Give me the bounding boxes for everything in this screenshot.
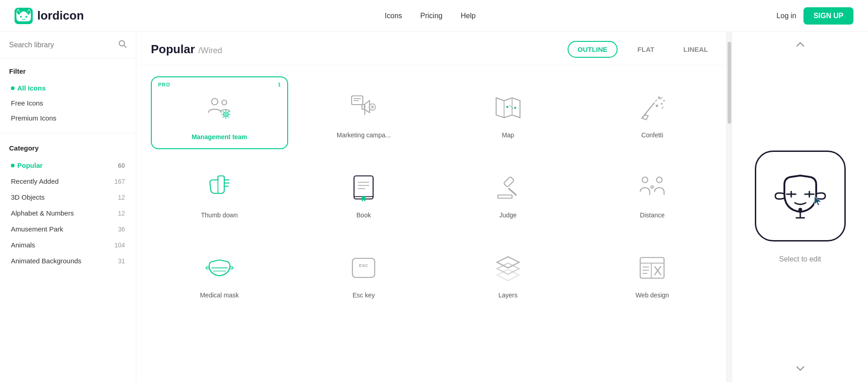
svg-marker-27 [496, 98, 520, 118]
icon-svg-layers [490, 250, 526, 286]
icon-card-judge[interactable]: Judge [439, 156, 577, 229]
content-scrollbar[interactable] [726, 32, 732, 382]
svg-line-8 [124, 45, 126, 48]
cursor-icon [813, 196, 823, 209]
icon-card-map[interactable]: Map [439, 76, 577, 149]
nav-icons[interactable]: Icons [385, 12, 402, 20]
svg-line-37 [660, 97, 662, 99]
filter-section: Filter All Icons Free Icons Premium Icon… [0, 58, 136, 129]
svg-point-39 [663, 100, 665, 102]
svg-point-31 [514, 107, 516, 109]
icon-card-management-team[interactable]: PRO 1 [151, 76, 288, 149]
search-icon[interactable] [118, 39, 127, 50]
svg-marker-59 [497, 257, 519, 268]
category-animated-backgrounds[interactable]: Animated Backgrounds 31 [9, 253, 127, 269]
category-alphabet-numbers[interactable]: Alphabet & Numbers 12 [9, 205, 127, 221]
content-header: Popular /Wired OUTLINE FLAT LINEAL [136, 32, 732, 65]
icon-card-layers[interactable]: Layers [439, 236, 577, 309]
svg-rect-44 [354, 176, 373, 199]
icon-label: Esc key [353, 292, 375, 299]
svg-marker-32 [642, 115, 649, 120]
category-recently-added[interactable]: Recently Added 167 [9, 173, 127, 189]
signup-button[interactable]: SIGN UP [803, 7, 853, 25]
icon-card-esc-key[interactable]: ESC Esc key [295, 236, 433, 309]
icon-svg-judge [490, 170, 526, 206]
icon-svg-book [345, 170, 382, 206]
icon-label: Medical mask [200, 292, 239, 299]
icon-label: Map [502, 131, 514, 139]
svg-point-1 [20, 16, 22, 18]
active-dot [11, 164, 15, 167]
icon-svg-thumb-down [201, 170, 238, 206]
nav-help[interactable]: Help [461, 12, 476, 20]
icon-card-marketing-campaign[interactable]: Marketing campa... [295, 76, 433, 149]
style-lineal-button[interactable]: LINEAL [674, 42, 717, 57]
icon-svg-web-design [634, 250, 670, 286]
svg-point-52 [642, 177, 648, 182]
svg-point-30 [506, 106, 508, 108]
icons-grid: PRO 1 [136, 65, 732, 382]
icon-label: Confetti [641, 131, 663, 139]
sidebar-scroll-area: Filter All Icons Free Icons Premium Icon… [0, 58, 136, 382]
scroll-up-arrow[interactable] [796, 42, 805, 47]
nav-pricing[interactable]: Pricing [420, 12, 443, 20]
content-title: Popular /Wired [151, 42, 222, 56]
preview-icon-box [755, 151, 846, 241]
sidebar: Filter All Icons Free Icons Premium Icon… [0, 32, 136, 382]
icon-card-thumb-down[interactable]: Thumb down [151, 156, 288, 229]
content-area: Popular /Wired OUTLINE FLAT LINEAL PRO 1 [136, 32, 732, 382]
active-dot [11, 86, 15, 90]
icon-svg-distance [634, 170, 670, 206]
svg-line-38 [662, 107, 663, 109]
icon-card-medical-mask[interactable]: Medical mask [151, 236, 288, 309]
svg-point-11 [224, 112, 229, 117]
icon-label: Marketing campa... [337, 131, 391, 139]
search-bar [0, 32, 136, 58]
icon-label: Layers [499, 292, 518, 299]
category-amusement-park[interactable]: Amusement Park 36 [9, 221, 127, 237]
category-popular[interactable]: Popular 60 [9, 157, 127, 173]
select-to-edit-label: Select to edit [779, 255, 821, 263]
style-flat-button[interactable]: FLAT [629, 42, 663, 57]
icon-label: Thumb down [201, 211, 238, 219]
svg-line-20 [223, 116, 224, 117]
filter-all-icons[interactable]: All Icons [9, 80, 127, 96]
divider [0, 133, 136, 133]
icon-card-web-design[interactable]: Web design [584, 236, 721, 309]
icon-card-book[interactable]: Book [295, 156, 433, 229]
icon-svg-management-team [201, 91, 238, 128]
search-input[interactable] [9, 41, 118, 49]
svg-point-53 [657, 177, 662, 182]
icon-svg-confetti [634, 90, 670, 126]
style-outline-button[interactable]: OUTLINE [568, 41, 618, 58]
preview-panel: Select to edit [732, 32, 868, 382]
pro-number: 1 [278, 82, 280, 87]
filter-free-icons[interactable]: Free Icons [9, 96, 127, 111]
main-nav: Icons Pricing Help [385, 12, 476, 20]
svg-rect-34 [658, 96, 661, 99]
category-3d-objects[interactable]: 3D Objects 12 [9, 189, 127, 205]
icon-svg-esc-key: ESC [345, 250, 382, 286]
icon-label: Management team [192, 133, 247, 141]
scroll-down-arrow[interactable] [796, 366, 805, 371]
category-animals[interactable]: Animals 104 [9, 237, 127, 253]
icon-label: Judge [499, 211, 517, 219]
category-title: Category [9, 144, 127, 152]
filter-premium-icons[interactable]: Premium Icons [9, 111, 127, 126]
filter-title: Filter [9, 67, 127, 75]
category-section: Category Popular 60 Recently Added 167 [0, 137, 136, 272]
svg-marker-26 [372, 106, 374, 109]
pro-badge: PRO [158, 82, 170, 87]
svg-rect-24 [362, 105, 365, 110]
icon-card-distance[interactable]: Distance [584, 156, 721, 229]
login-button[interactable]: Log in [777, 12, 797, 20]
icon-svg-marketing-campaign [345, 90, 382, 126]
header: lordicon Icons Pricing Help Log in SIGN … [0, 0, 868, 32]
svg-marker-61 [497, 270, 519, 281]
icon-label: Book [356, 211, 371, 219]
icon-label: Distance [640, 211, 664, 219]
svg-point-12 [225, 113, 227, 115]
logo[interactable]: lordicon [15, 8, 84, 24]
icon-svg-medical-mask [201, 250, 238, 286]
icon-card-confetti[interactable]: Confetti [584, 76, 721, 149]
